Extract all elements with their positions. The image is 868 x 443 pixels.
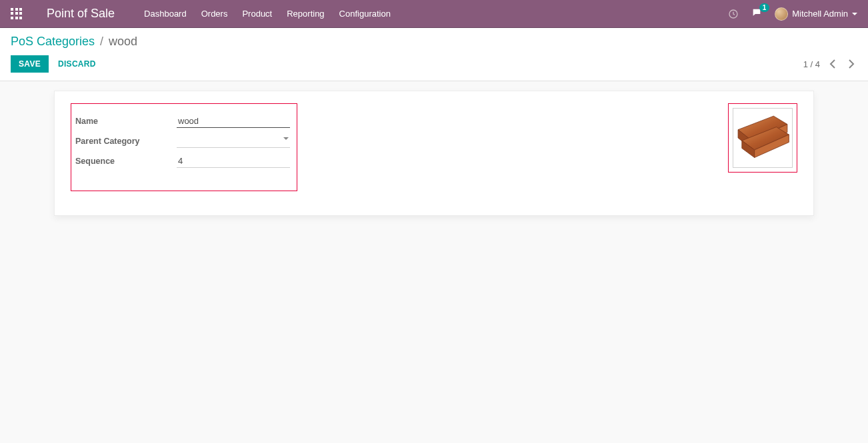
pager-next-icon[interactable]: [845, 57, 857, 71]
pager-counter[interactable]: 1 / 4: [803, 59, 820, 69]
sequence-label: Sequence: [75, 157, 177, 166]
nav-item-reporting[interactable]: Reporting: [287, 9, 324, 19]
sequence-input[interactable]: [177, 155, 290, 168]
field-row-parent: Parent Category: [75, 135, 290, 148]
control-panel: PoS Categories / wood SAVE DISCARD 1 / 4: [0, 28, 868, 81]
pager: 1 / 4: [803, 57, 857, 71]
messaging-badge: 1: [759, 3, 770, 12]
field-row-sequence: Sequence: [75, 155, 290, 168]
name-label: Name: [75, 117, 177, 126]
messaging-icon[interactable]: 1: [751, 7, 763, 20]
save-button[interactable]: SAVE: [11, 55, 49, 73]
form-view: Name Parent Category Sequence: [0, 81, 868, 242]
name-input[interactable]: [177, 115, 290, 128]
nav-item-configuration[interactable]: Configuration: [339, 9, 391, 19]
top-navbar: Point of Sale Dashboard Orders Product R…: [0, 0, 868, 28]
category-image[interactable]: [733, 108, 793, 168]
parent-category-label: Parent Category: [75, 137, 177, 146]
app-brand[interactable]: Point of Sale: [47, 7, 115, 21]
avatar: [775, 7, 788, 21]
breadcrumb-root[interactable]: PoS Categories: [11, 35, 95, 49]
image-highlight-box: [728, 103, 797, 173]
wood-plank-icon: [735, 111, 790, 165]
caret-down-icon: [852, 13, 857, 15]
discard-button[interactable]: DISCARD: [58, 59, 96, 69]
nav-item-orders[interactable]: Orders: [201, 9, 228, 19]
field-row-name: Name: [75, 115, 290, 128]
user-menu[interactable]: Mitchell Admin: [775, 7, 857, 21]
activity-clock-icon[interactable]: [728, 9, 739, 19]
breadcrumb: PoS Categories / wood: [11, 35, 857, 49]
nav-item-product[interactable]: Product: [242, 9, 272, 19]
breadcrumb-current: wood: [109, 35, 137, 49]
breadcrumb-separator: /: [100, 35, 103, 49]
apps-icon[interactable]: [11, 8, 23, 20]
fields-highlight-box: Name Parent Category Sequence: [71, 103, 297, 191]
parent-category-input[interactable]: [177, 135, 290, 148]
nav-right: 1 Mitchell Admin: [728, 7, 857, 21]
pager-prev-icon[interactable]: [827, 57, 839, 71]
nav-item-dashboard[interactable]: Dashboard: [144, 9, 187, 19]
user-name: Mitchell Admin: [792, 9, 848, 19]
nav-menu: Dashboard Orders Product Reporting Confi…: [144, 9, 391, 19]
form-sheet: Name Parent Category Sequence: [54, 91, 814, 216]
